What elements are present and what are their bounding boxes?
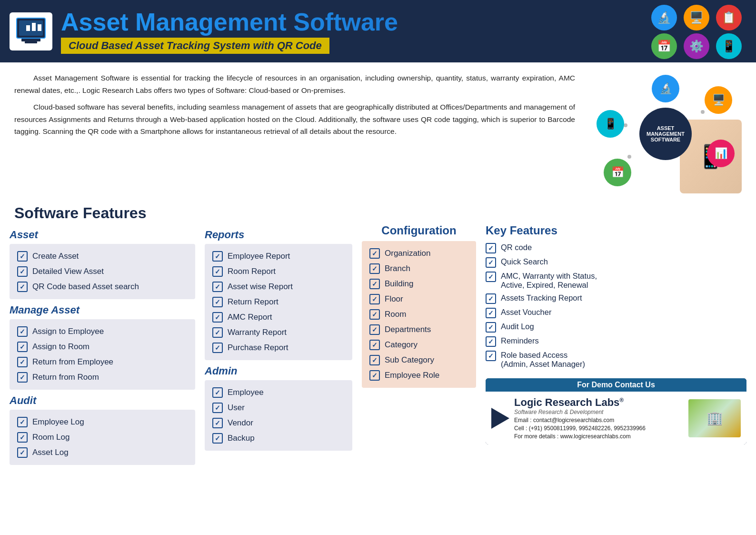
feature-label: Assign to Employee — [32, 327, 104, 336]
feature-label: Create Asset — [32, 252, 79, 261]
admin-feature-box: Employee User Vendor Backup — [205, 380, 352, 451]
desc-paragraph-1: Asset Management Software is essential f… — [14, 72, 575, 96]
list-item: User — [212, 400, 345, 415]
logo-triangle — [491, 408, 509, 429]
checkbox-icon — [369, 248, 380, 259]
list-item: QR Code based Asset search — [17, 279, 188, 294]
checkbox-icon — [212, 433, 223, 444]
desc-paragraph-2: Cloud-based software has several benefit… — [14, 101, 575, 138]
list-item: Category — [369, 337, 468, 353]
config-section-title: Configuration — [362, 224, 476, 237]
config-feature-box: Organization Branch Building Floor Room — [362, 241, 476, 388]
building-image: 🏢 — [688, 399, 741, 437]
feature-label: Room Log — [32, 433, 70, 442]
list-item: Assets Tracking Report — [486, 292, 746, 306]
checkbox-icon — [212, 343, 223, 353]
feature-label: Floor — [385, 294, 403, 304]
feature-label: Employee — [228, 388, 264, 397]
checkbox-icon — [486, 322, 496, 333]
feature-label: Detailed View Asset — [32, 267, 104, 276]
feature-label: Asset Log — [32, 448, 69, 457]
contact-box: For Demo Contact Us Logic Research Labs®… — [486, 378, 746, 444]
checkbox-icon — [212, 418, 223, 428]
checkbox-icon — [369, 324, 380, 335]
contact-tagline: Software Research & Development — [514, 409, 684, 415]
gear-icon: ⚙️ — [684, 33, 709, 59]
checkbox-icon — [212, 266, 223, 277]
checkbox-icon — [486, 308, 496, 318]
main-grid: Asset Create Asset Detailed View Asset Q… — [0, 224, 756, 479]
checkbox-icon — [486, 351, 496, 361]
key-feature-label: Quick Search — [501, 257, 548, 266]
list-item: Quick Search — [486, 255, 746, 270]
checkbox-icon — [212, 327, 223, 338]
admin-section-title: Admin — [205, 365, 352, 377]
list-item: Assign to Room — [17, 339, 188, 354]
checkbox-icon — [17, 417, 28, 427]
list-item: Organization — [369, 246, 468, 261]
feature-label: Backup — [228, 434, 255, 443]
checkbox-icon — [369, 355, 380, 365]
checkbox-icon — [486, 272, 496, 282]
monitor-icon: 🖥️ — [684, 5, 709, 30]
checkbox-icon — [486, 336, 496, 347]
diag-node-4: 📅 — [604, 159, 631, 186]
checkbox-icon — [486, 257, 496, 268]
list-item: Room Report — [212, 264, 345, 279]
feature-label: User — [228, 403, 245, 413]
features-heading: Software Features — [0, 201, 756, 224]
feature-label: Branch — [385, 264, 410, 273]
list-item: Reminders — [486, 334, 746, 349]
document-icon: 📋 — [716, 5, 742, 30]
list-item: Vendor — [212, 415, 345, 431]
feature-label: Room — [385, 310, 406, 319]
checkbox-icon — [17, 266, 28, 277]
logo — [10, 12, 52, 50]
feature-label: Building — [385, 279, 414, 289]
svg-rect-3 — [25, 41, 37, 43]
microscope-icon: 🔬 — [651, 5, 677, 30]
list-item: Departments — [369, 322, 468, 337]
feature-label: Return from Room — [32, 373, 99, 382]
checkbox-icon — [212, 387, 223, 398]
contact-header: For Demo Contact Us — [486, 378, 746, 392]
svg-rect-5 — [32, 23, 36, 31]
feature-label: Sub Category — [385, 355, 434, 365]
key-feature-label: Role based Access(Admin, Asset Manager) — [501, 351, 585, 369]
list-item: Floor — [369, 292, 468, 307]
list-item: Asset Voucher — [486, 306, 746, 320]
list-item: Return from Room — [17, 370, 188, 385]
reports-feature-box: Employee Report Room Report Asset wise R… — [205, 244, 352, 360]
diag-node-5: 📱 — [597, 110, 624, 138]
feature-label: Asset wise Report — [228, 282, 293, 292]
diagram-area: ASSETMANAGEMENTSOFTWARE 🔬 🖥️ 📊 📅 📱 📱 — [589, 72, 742, 196]
checkbox-icon — [17, 251, 28, 262]
key-feature-label: AMC, Warranty with Status,Active, Expire… — [501, 272, 597, 290]
checkbox-icon — [17, 372, 28, 383]
list-item: Return Report — [212, 294, 345, 310]
contact-body: Logic Research Labs® Software Research &… — [486, 392, 746, 444]
feature-label: Category — [385, 340, 418, 350]
list-item: Role based Access(Admin, Asset Manager) — [486, 349, 746, 371]
contact-web: For more details : www.logicresearchlabs… — [514, 433, 684, 440]
list-item: Employee Log — [17, 414, 188, 430]
key-features-title: Key Features — [486, 224, 746, 237]
calendar-icon: 📅 — [651, 33, 677, 59]
list-item: Sub Category — [369, 353, 468, 368]
feature-label: Return from Employee — [32, 357, 113, 367]
diag-node-1: 🔬 — [652, 75, 679, 102]
contact-email: Email : contact@logicresearchlabs.com — [514, 417, 684, 424]
list-item: Backup — [212, 431, 345, 446]
header-subtitle: Cloud Based Asset Tracking System with Q… — [61, 38, 329, 54]
list-item: AMC Report — [212, 310, 345, 325]
config-column: Configuration Organization Branch Buildi… — [362, 224, 476, 470]
diag-node-2: 🖥️ — [705, 86, 732, 114]
checkbox-icon — [212, 403, 223, 413]
qr-icon: 📱 — [716, 33, 742, 59]
company-logo — [491, 408, 509, 429]
svg-rect-4 — [26, 25, 30, 31]
contact-info: Logic Research Labs® Software Research &… — [514, 396, 684, 440]
checkbox-icon — [212, 282, 223, 292]
key-feature-label: Asset Voucher — [501, 308, 551, 317]
description-section: Asset Management Software is essential f… — [0, 62, 756, 201]
